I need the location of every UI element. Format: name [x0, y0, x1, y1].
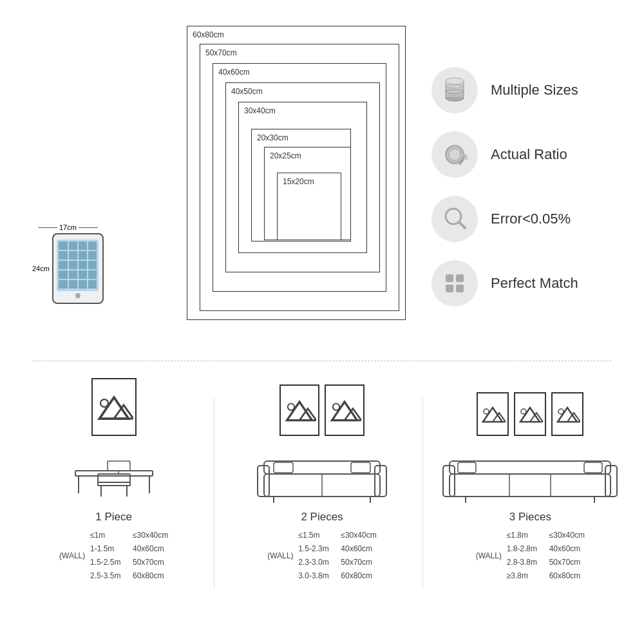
actual-ratio-label: Actual Ratio: [491, 146, 567, 163]
wall-frame: [551, 392, 583, 436]
wall-frame: [514, 392, 546, 436]
sofa3-svg: [440, 439, 620, 503]
wall-label-three-pieces: (WALL): [476, 529, 504, 583]
svg-marker-48: [520, 408, 540, 422]
wall-label-one-piece: (WALL): [59, 529, 88, 583]
top-section: 17cm 24cm: [0, 0, 644, 361]
svg-rect-55: [450, 461, 611, 474]
set-three-pieces: 3 Pieces(WALL)≤1.8m1.8-2.8m2.8-3.8m≥3.8m…: [430, 374, 631, 612]
rec-value: 50x70cm: [341, 556, 376, 569]
svg-rect-37: [264, 461, 380, 474]
svg-point-47: [484, 409, 489, 414]
set-title-two-pieces: 2 Pieces: [301, 511, 343, 524]
illustration-three-pieces: [430, 374, 631, 503]
rec-value: 60x80cm: [133, 569, 168, 583]
tablet-height-label: 24cm: [32, 265, 50, 272]
svg-point-19: [100, 399, 108, 407]
illustration-two-pieces: [221, 374, 422, 503]
set-one-piece: 1 Piece(WALL)≤1m1-1.5m1.5-2.5m2.5-3.5m≤3…: [13, 374, 214, 612]
svg-point-8: [449, 149, 460, 160]
set-two-pieces: 2 Pieces(WALL)≤1.5m1.5-2.3m2.3-3.0m3.0-3…: [221, 374, 422, 612]
svg-rect-61: [584, 462, 602, 473]
svg-rect-15: [446, 285, 453, 292]
svg-marker-33: [332, 402, 357, 421]
size-value: ≥3.8m: [507, 569, 547, 583]
svg-marker-51: [558, 408, 577, 422]
size-value: 1-1.5m: [90, 542, 130, 556]
set-title-one-piece: 1 Piece: [95, 511, 132, 524]
rec-value: ≤30x40cm: [341, 529, 376, 542]
size-col-left-three-pieces: ≤1.8m1.8-2.8m2.8-3.8m≥3.8m: [507, 529, 547, 583]
perfect-match-label: Perfect Match: [491, 275, 578, 292]
frame-label-f5: 30x40cm: [244, 106, 276, 115]
frame-label-f3: 40x60cm: [218, 68, 250, 77]
frame-label-f6: 20x30cm: [257, 133, 289, 142]
furniture-one-piece: [56, 439, 172, 503]
rec-value: 60x80cm: [341, 569, 376, 583]
size-col-left-two-pieces: ≤1.5m1.5-2.3m2.3-3.0m3.0-3.8m: [298, 529, 338, 583]
svg-rect-60: [458, 462, 476, 473]
illustration-one-piece: [13, 374, 214, 503]
svg-rect-42: [351, 462, 370, 473]
magnifier-icon: [431, 196, 478, 242]
tablet-reference: 17cm 24cm: [32, 223, 104, 309]
rec-value: ≤30x40cm: [133, 529, 168, 542]
wall-label-two-pieces: (WALL): [267, 529, 296, 583]
size-value: 1.5-2.5m: [90, 556, 130, 569]
svg-point-6: [446, 78, 464, 84]
frame-label-f8: 15x20cm: [283, 177, 314, 186]
size-value: ≤1m: [90, 529, 130, 542]
size-value: 1.8-2.8m: [507, 542, 547, 556]
tape-icon: [431, 131, 478, 178]
rec-value: 40x60cm: [133, 542, 168, 556]
frame-f8: 15x20cm: [277, 173, 341, 240]
svg-marker-45: [483, 408, 502, 422]
size-value: 2.3-3.0m: [298, 556, 338, 569]
tablet-image: [52, 233, 104, 304]
size-value: 1.5-2.3m: [298, 542, 338, 556]
size-col-left-one-piece: ≤1m1-1.5m1.5-2.5m2.5-3.5m: [90, 529, 130, 583]
wall-frame: [279, 384, 319, 436]
svg-marker-30: [287, 402, 312, 421]
frame-label-f2: 50x70cm: [205, 48, 237, 57]
rec-value: 40x60cm: [549, 542, 585, 556]
sizes-diagram: 17cm 24cm: [19, 26, 406, 348]
rec-value: 50x70cm: [133, 556, 168, 569]
frame-label-f1: 60x80cm: [193, 30, 224, 39]
size-value: 2.8-3.8m: [507, 556, 547, 569]
bottom-section: 1 Piece(WALL)≤1m1-1.5m1.5-2.5m2.5-3.5m≤3…: [0, 361, 644, 625]
coins-icon: [431, 67, 478, 113]
rec-col-right-two-pieces: ≤30x40cm40x60cm50x70cm60x80cm: [341, 529, 376, 583]
desk-svg: [56, 439, 172, 503]
furniture-two-pieces: [251, 439, 393, 503]
svg-rect-41: [274, 462, 293, 473]
rec-col-right-one-piece: ≤30x40cm40x60cm50x70cm60x80cm: [133, 529, 168, 583]
features-section: Multiple Sizes Actual Ratio: [419, 26, 625, 348]
rec-value: 50x70cm: [549, 556, 585, 569]
size-value: 2.5-3.5m: [90, 569, 130, 583]
svg-rect-13: [446, 274, 453, 282]
wall-frame: [325, 384, 365, 436]
rec-value: ≤30x40cm: [549, 529, 585, 542]
feature-multiple-sizes: Multiple Sizes: [431, 67, 625, 113]
svg-rect-16: [456, 285, 464, 292]
svg-rect-54: [450, 474, 611, 497]
wall-frame: [91, 378, 137, 436]
svg-line-12: [459, 222, 465, 228]
svg-rect-14: [456, 274, 464, 282]
tablet-width-label: 17cm: [57, 223, 79, 231]
svg-rect-27: [108, 461, 130, 471]
frame-label-f4: 40x50cm: [231, 87, 263, 96]
svg-point-53: [558, 409, 564, 414]
size-value: ≤1.8m: [507, 529, 547, 542]
furniture-three-pieces: [440, 439, 620, 503]
rec-value: 40x60cm: [341, 542, 376, 556]
rec-value: 60x80cm: [549, 569, 585, 583]
rec-col-right-three-pieces: ≤30x40cm40x60cm50x70cm60x80cm: [549, 529, 585, 583]
wall-frame: [477, 392, 509, 436]
svg-marker-17: [99, 397, 128, 419]
size-value: 3.0-3.8m: [298, 569, 338, 583]
size-value: ≤1.5m: [298, 529, 338, 542]
sofa-svg: [251, 439, 393, 503]
feature-actual-ratio: Actual Ratio: [431, 131, 625, 178]
